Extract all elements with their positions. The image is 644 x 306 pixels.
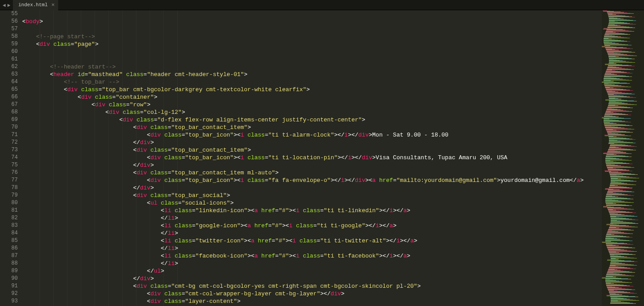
code-token: "ti ti-location-pin" [268, 154, 338, 161]
code-token: > [275, 169, 279, 176]
gutter-line: 78 [0, 184, 18, 192]
code-token: "top_bar_social" [171, 192, 227, 199]
code-area[interactable]: <body> <!--page start--> <div class="pag… [22, 10, 602, 306]
code-token: > [417, 283, 421, 290]
code-token: class [123, 71, 143, 78]
code-token: div [40, 41, 50, 48]
code-token: "ti ti-google" [317, 222, 365, 229]
code-token: "top_bar_contact_item" [171, 124, 247, 131]
code-token: < [22, 18, 26, 25]
code-token: ></ [379, 207, 390, 214]
code-token: > [244, 71, 247, 78]
tab-title: index.html [18, 2, 48, 8]
code-token: class [161, 290, 182, 297]
code-token: ></ [330, 177, 341, 184]
code-token: class [161, 177, 182, 184]
code-token: class [171, 207, 192, 214]
code-token: > [580, 177, 584, 184]
code-token: a [403, 253, 407, 259]
code-token: </ [133, 162, 140, 169]
code-token: ></ [348, 132, 358, 138]
code-token: ></ [400, 238, 410, 244]
code-token: "top_bar_contact_item ml-auto" [171, 169, 275, 176]
code-line: <div class="col-lg-12"> [22, 109, 602, 116]
code-token: > [372, 154, 376, 161]
code-token: "layer-content" [185, 298, 237, 305]
gutter-line: 76 [0, 169, 18, 177]
tab-index-html[interactable]: index.html × [13, 0, 58, 10]
code-line: <div class="top_bar_social"> [22, 192, 602, 199]
code-token: = [140, 109, 143, 116]
code-token: "google-icon" [195, 222, 240, 229]
code-token: > [182, 109, 185, 116]
gutter-line: 85 [0, 237, 18, 245]
code-token: <!-- top_bar --> [64, 79, 119, 85]
code-token: href [258, 207, 275, 214]
code-token: = [182, 177, 185, 184]
code-token: >< [247, 253, 254, 259]
code-token: >< [247, 207, 254, 214]
code-token: >< [241, 222, 248, 229]
gutter-line: 93 [0, 298, 18, 305]
gutter-line: 72 [0, 139, 18, 146]
code-token: = [320, 207, 324, 214]
gutter-line: 73 [0, 146, 18, 154]
code-token: div [140, 162, 150, 169]
code-token: = [393, 177, 397, 184]
code-token: "#" [278, 207, 289, 214]
code-token: yourdomain@gmail.com [501, 177, 570, 184]
code-line: <div class="cmt-bg cmt-col-bgcolor-yes c… [22, 282, 602, 290]
code-token: > [247, 124, 251, 131]
code-token: = [268, 222, 272, 229]
code-line: </li> [22, 245, 602, 252]
gutter-line: 67 [0, 101, 18, 109]
code-token: li [164, 253, 171, 259]
code-token: "fa fa-envelope-o" [268, 177, 330, 184]
code-token: class [157, 200, 178, 206]
code-token: = [192, 222, 195, 229]
code-token: div [151, 154, 161, 161]
close-icon[interactable]: × [51, 2, 55, 8]
code-token: i [390, 253, 393, 259]
code-line: <li class="twitter-icon"><a href="#"><i … [22, 237, 602, 245]
code-token: > [154, 94, 158, 101]
code-token: = [182, 290, 185, 297]
code-token: <!--page start--> [36, 33, 95, 40]
gutter-line: 68 [0, 109, 18, 116]
code-token: a [254, 253, 258, 259]
gutter-line: 74 [0, 154, 18, 161]
gutter-line: 79 [0, 192, 18, 199]
minimap[interactable] [602, 10, 644, 306]
code-token: > [227, 192, 230, 199]
code-token: i [376, 222, 379, 229]
code-token: div [136, 169, 147, 176]
code-token: > [151, 162, 154, 169]
code-token: >< [282, 222, 289, 229]
code-token: "d-flex flex-row align-items-center just… [157, 117, 362, 123]
gutter-line: 61 [0, 56, 18, 63]
code-token: </ [133, 185, 140, 191]
code-token: class [244, 154, 265, 161]
code-token: > [151, 139, 154, 146]
code-token: </ [133, 275, 140, 282]
code-token: "header cmt-header-style-01" [147, 71, 244, 78]
code-line: <!--page start--> [22, 33, 602, 40]
code-token: id [74, 71, 84, 78]
nav-back-icon[interactable]: ◀ [3, 2, 6, 8]
code-token: >< [286, 238, 293, 244]
code-token: = [317, 238, 320, 244]
gutter-line: 57 [0, 25, 18, 33]
code-token: li [168, 245, 175, 252]
nav-forward-icon[interactable]: ▶ [8, 2, 11, 8]
code-token: a [254, 207, 258, 214]
code-token: ul [154, 268, 161, 274]
gutter-line: 65 [0, 86, 18, 93]
code-token: > [407, 207, 410, 214]
code-line: <div class="top_bar_contact_item"> [22, 146, 602, 154]
code-token: "masthead" [88, 71, 123, 78]
code-token: ul [151, 200, 158, 206]
code-line: <ul class="social-icons"> [22, 199, 602, 207]
gutter-line: 55 [0, 10, 18, 18]
code-line: </div> [22, 184, 602, 192]
code-token: > [362, 117, 366, 123]
